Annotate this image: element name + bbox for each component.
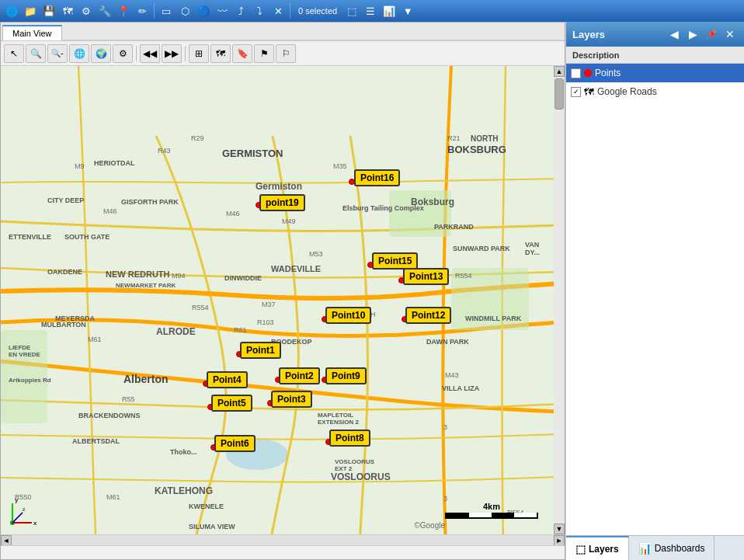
label-Point2[interactable]: Point2 — [279, 367, 320, 384]
coord-bar — [1, 545, 565, 559]
toolbar-icon-15[interactable]: ⬚ — [343, 2, 360, 19]
bottom-tabs: ⬚ Layers 📊 Dashboards — [566, 535, 744, 560]
tool-flag[interactable]: ⚑ — [254, 44, 274, 63]
label-Point1[interactable]: Point1 — [240, 342, 281, 359]
layer-icon-google-roads: 🗺 — [584, 86, 594, 98]
svg-text:z: z — [23, 506, 26, 512]
label-Point15[interactable]: Point15 — [372, 252, 418, 270]
tab-layers[interactable]: ⬚ Layers — [566, 536, 629, 560]
map-tab-bar: Main View — [1, 23, 565, 41]
tool-bookmark[interactable]: 🔖 — [232, 44, 252, 63]
svg-rect-3 — [451, 268, 529, 330]
dashboards-tab-label: Dashboards — [655, 543, 705, 554]
selected-count-label: 0 selected — [298, 6, 337, 16]
toolbar-icon-5[interactable]: 🔧 — [96, 2, 113, 19]
vscroll-up[interactable]: ▲ — [554, 66, 565, 77]
toolbar-icon-16[interactable]: ☰ — [362, 2, 379, 19]
toolbar-icon-10[interactable]: 🔵 — [195, 2, 212, 19]
map-area[interactable]: GERMISTON Germiston BOKSBURG Boksburg NO… — [1, 66, 554, 534]
tool-zoom-out[interactable]: 🔍- — [47, 44, 68, 63]
svg-text:y: y — [15, 496, 19, 503]
toolbar-icon-3[interactable]: 🗺 — [59, 2, 76, 19]
toolbar-sep-2 — [290, 3, 290, 19]
main-layout: Main View ↖ 🔍 🔍- 🌐 🌍 ⚙ ◀◀ ▶▶ ⊞ 🗺 🔖 ⚑ ⚐ — [0, 22, 744, 560]
label-Point12[interactable]: Point12 — [405, 307, 451, 324]
toolbar-icon-1[interactable]: 📁 — [22, 2, 39, 19]
toolbar-icon-8[interactable]: ▭ — [158, 2, 175, 19]
vscroll-down[interactable]: ▼ — [554, 523, 565, 534]
tool-zoom-in[interactable]: 🔍 — [26, 44, 46, 63]
label-Point8[interactable]: Point8 — [329, 430, 370, 447]
layers-tab-icon: ⬚ — [575, 543, 586, 555]
tab-dashboards[interactable]: 📊 Dashboards — [629, 536, 715, 560]
main-view-tab[interactable]: Main View — [2, 25, 62, 40]
layer-name-google-roads: Google Roads — [597, 86, 657, 97]
svg-rect-2 — [389, 190, 451, 237]
tool-extra[interactable]: ⚐ — [276, 44, 296, 63]
label-Point6[interactable]: Point6 — [214, 435, 256, 452]
label-Point4[interactable]: Point4 — [207, 371, 248, 388]
toolbar-icon-9[interactable]: ⬡ — [176, 2, 193, 19]
hscroll-left[interactable]: ◄ — [1, 535, 12, 546]
map-panel: Main View ↖ 🔍 🔍- 🌐 🌍 ⚙ ◀◀ ▶▶ ⊞ 🗺 🔖 ⚑ ⚐ — [0, 22, 565, 560]
map-bottom-area: ◄ ► — [1, 534, 565, 545]
label-Point13[interactable]: Point13 — [403, 268, 449, 285]
scale-seg-2 — [469, 513, 492, 517]
tool-globe2[interactable]: 🌍 — [91, 44, 111, 63]
layer-item-google-roads[interactable]: 🗺 Google Roads — [566, 82, 744, 101]
toolbar-icon-11[interactable]: 〰 — [214, 2, 231, 19]
top-toolbar: 🌐 📁 💾 🗺 ⚙ 🔧 📍 ✏ ▭ ⬡ 🔵 〰 ⤴ ⤵ ✕ 0 selected… — [0, 0, 744, 22]
tool-globe1[interactable]: 🌐 — [69, 44, 89, 63]
tool-sep2 — [185, 46, 186, 61]
hscroll-right[interactable]: ► — [554, 535, 565, 546]
map-roads-svg — [1, 66, 554, 534]
map-vscroll[interactable]: ▲ ▼ — [554, 66, 565, 534]
label-Point5[interactable]: Point5 — [211, 395, 252, 412]
scale-line — [445, 513, 538, 519]
panel-close-btn[interactable]: ✕ — [722, 26, 738, 42]
description-label: Description — [572, 50, 620, 60]
map-secondary-toolbar: ↖ 🔍 🔍- 🌐 🌍 ⚙ ◀◀ ▶▶ ⊞ 🗺 🔖 ⚑ ⚐ — [1, 41, 565, 66]
toolbar-icon-2[interactable]: 💾 — [40, 2, 57, 19]
scale-seg-4 — [514, 513, 537, 517]
toolbar-icon-7[interactable]: ✏ — [134, 2, 151, 19]
svg-line-14 — [12, 513, 23, 523]
toolbar-icon-4[interactable]: ⚙ — [78, 2, 95, 19]
toolbar-sep-1 — [154, 3, 155, 19]
panel-title: Layers — [572, 29, 663, 40]
label-Point16[interactable]: Point16 — [354, 169, 400, 186]
toolbar-icon-18[interactable]: ▼ — [399, 2, 416, 19]
toolbar-icon-0[interactable]: 🌐 — [3, 2, 20, 19]
google-watermark: ©Google — [414, 521, 445, 530]
tool-gear[interactable]: ⚙ — [113, 44, 133, 63]
right-panel: Layers ◀ ▶ 📌 ✕ Description Points 🗺 Goog… — [565, 22, 744, 560]
toolbar-icon-17[interactable]: 📊 — [381, 2, 398, 19]
panel-expand-btn[interactable]: ▶ — [685, 26, 701, 42]
toolbar-icon-12[interactable]: ⤴ — [232, 2, 249, 19]
toolbar-icon-13[interactable]: ⤵ — [251, 2, 268, 19]
tool-grid[interactable]: ⊞ — [189, 44, 209, 63]
scale-seg-1 — [447, 513, 469, 517]
toolbar-icon-6[interactable]: 📍 — [115, 2, 132, 19]
toolbar-icon-14[interactable]: ✕ — [269, 2, 287, 19]
label-Point10[interactable]: Point10 — [325, 307, 371, 324]
vscroll-thumb[interactable] — [555, 78, 564, 110]
label-point19[interactable]: point19 — [259, 194, 305, 211]
tool-back[interactable]: ◀◀ — [140, 44, 160, 63]
tool-forward[interactable]: ▶▶ — [162, 44, 182, 63]
layer-checkbox-points[interactable] — [571, 68, 581, 78]
svg-text:x: x — [33, 520, 37, 527]
layer-item-points[interactable]: Points — [566, 64, 744, 82]
map-content-area: GERMISTON Germiston BOKSBURG Boksburg NO… — [1, 66, 565, 534]
label-Point3[interactable]: Point3 — [271, 391, 312, 408]
right-panel-header: Layers ◀ ▶ 📌 ✕ — [566, 22, 744, 47]
panel-collapse-btn[interactable]: ◀ — [666, 26, 682, 42]
tool-map-view[interactable]: 🗺 — [210, 44, 231, 63]
panel-pin-btn[interactable]: 📌 — [704, 26, 719, 42]
tool-cursor[interactable]: ↖ — [4, 44, 24, 63]
layer-checkbox-google-roads[interactable] — [571, 87, 581, 97]
label-Point9[interactable]: Point9 — [325, 367, 367, 384]
scale-seg-3 — [492, 513, 514, 517]
scale-label: 4km — [483, 502, 500, 511]
description-bar: Description — [566, 47, 744, 64]
